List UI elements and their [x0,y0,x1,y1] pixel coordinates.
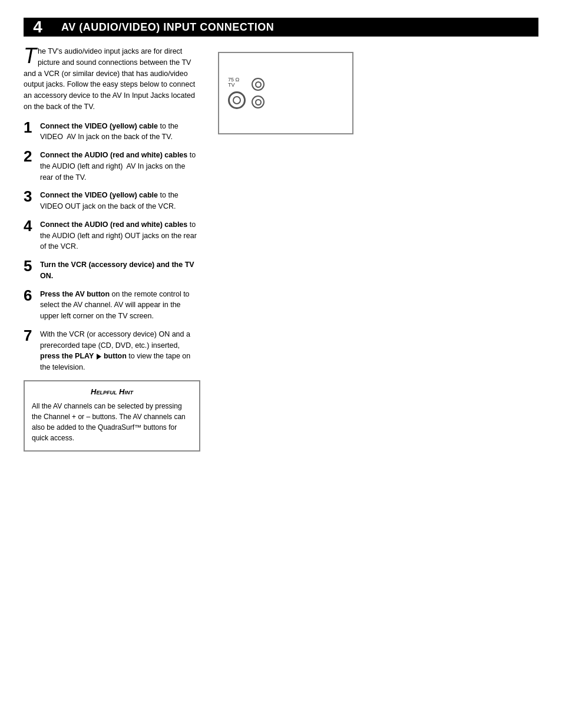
step-7-text: With the VCR (or accessory device) ON an… [40,329,200,373]
page: 4 AV (Audio/Video) Input Connection The … [0,0,562,728]
step-3: 3 Connect the VIDEO (yellow) cable to th… [24,190,200,212]
left-column: The TV's audio/video input jacks are for… [24,46,200,452]
step-5: 5 Turn the VCR (accessory device) and th… [24,259,200,282]
step-4-text: Connect the AUDIO (red and white) cables… [40,219,200,252]
play-icon [97,354,101,360]
intro-paragraph: The TV's audio/video input jacks are for… [24,46,200,113]
step-3-number: 3 [24,189,40,204]
tv-label: 75 ΩTV [228,77,239,88]
page-title: AV (Audio/Video) Input Connection [52,18,538,37]
step-5-number: 5 [24,258,40,274]
step-2: 2 Connect the AUDIO (red and white) cabl… [24,150,200,183]
page-header: 4 AV (Audio/Video) Input Connection [24,18,538,37]
step-4-bold: Connect the AUDIO (red and white) cables [40,220,187,229]
step-6-text: Press the AV button on the remote contro… [40,289,200,322]
drop-cap: T [24,48,37,64]
hint-box: Helpful Hint All the AV channels can be … [24,380,200,452]
step-6: 6 Press the AV button on the remote cont… [24,289,200,322]
title-text: AV (Audio/Video) Input Connection [61,21,274,34]
step-7: 7 With the VCR (or accessory device) ON … [24,329,200,373]
step-1: 1 Connect the VIDEO (yellow) cable to th… [24,121,200,143]
right-column: 75 ΩTV [218,46,538,452]
diagram-inner: 75 ΩTV [228,77,246,109]
step-6-bold: Press the AV button [40,290,110,298]
step-1-bold: Connect the VIDEO (yellow) cable [40,122,158,130]
steps-list: 1 Connect the VIDEO (yellow) cable to th… [24,121,200,373]
section-number: 4 [24,18,52,37]
step-6-number: 6 [24,288,40,303]
video-jack [228,91,246,109]
audio-jack-right [252,95,265,108]
diagram-box: 75 ΩTV [218,52,353,134]
step-7-bold: press the PLAY button [40,352,127,360]
step-1-number: 1 [24,120,40,135]
hint-text: All the AV channels can be selected by p… [32,401,192,443]
step-4-number: 4 [24,218,40,233]
step-5-text: Turn the VCR (accessory device) and the … [40,259,200,282]
step-2-bold: Connect the AUDIO (red and white) cables [40,151,187,159]
content-area: The TV's audio/video input jacks are for… [24,46,538,452]
step-4: 4 Connect the AUDIO (red and white) cabl… [24,219,200,252]
step-5-bold: Turn the VCR (accessory device) and the … [40,261,194,280]
intro-text: he TV's audio/video input jacks are for … [24,47,195,111]
step-2-number: 2 [24,149,40,164]
step-1-text: Connect the VIDEO (yellow) cable to the … [40,121,200,143]
hint-title: Helpful Hint [32,387,192,396]
step-3-bold: Connect the VIDEO (yellow) cable [40,191,158,199]
step-7-number: 7 [24,328,40,343]
step-2-text: Connect the AUDIO (red and white) cables… [40,150,200,183]
audio-jacks [252,78,265,108]
step-3-text: Connect the VIDEO (yellow) cable to the … [40,190,200,212]
audio-jack-left [252,78,265,91]
